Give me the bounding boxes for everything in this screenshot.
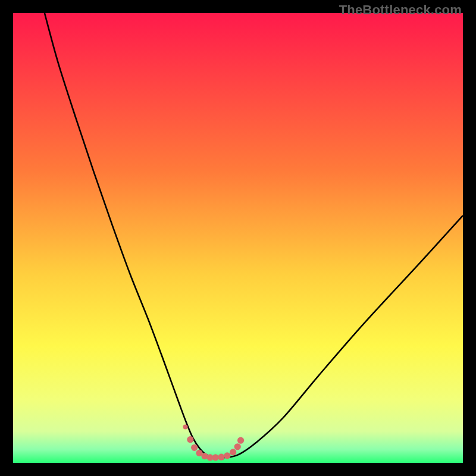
- watermark-text: TheBottleneck.com: [339, 2, 462, 18]
- gradient-background: [13, 13, 463, 463]
- chart-frame: TheBottleneck.com: [0, 0, 476, 476]
- trough-dot: [191, 444, 198, 451]
- trough-dot: [237, 437, 244, 444]
- trough-dot: [183, 425, 188, 430]
- trough-dot: [224, 452, 230, 459]
- trough-dot: [218, 454, 224, 461]
- trough-dot: [230, 449, 236, 455]
- trough-dot: [212, 454, 219, 461]
- trough-dot: [187, 436, 193, 443]
- trough-dot: [234, 443, 241, 450]
- plot-area: [13, 13, 463, 463]
- bottleneck-chart: [13, 13, 463, 463]
